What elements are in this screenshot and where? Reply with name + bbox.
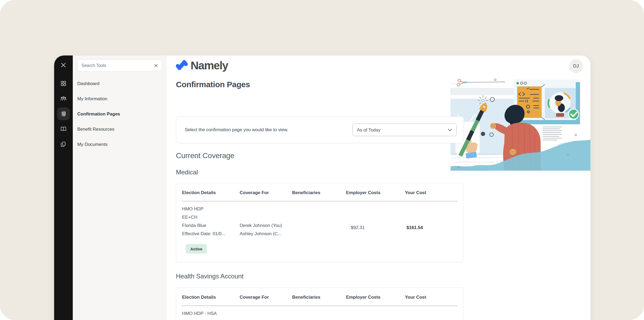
- namely-logo-icon: [176, 59, 188, 72]
- main-content: Namely DJ: [167, 55, 590, 320]
- confirmation-pages-icon[interactable]: [57, 107, 70, 120]
- sidebar-item-my-documents[interactable]: My Documents: [77, 141, 167, 148]
- namely-logo: Namely: [176, 58, 228, 73]
- hsa-table-header: Election Details Coverage For Beneficiar…: [176, 288, 463, 300]
- documents-icon[interactable]: [57, 138, 70, 151]
- namely-logo-text: Namely: [191, 59, 228, 72]
- beneficiaries-cell: [292, 309, 346, 318]
- election-details-cell: HMO HDP EE+CH Florida Blue Effective Dat…: [182, 205, 240, 238]
- table-row: HMO HDP EE+CH Florida Blue Effective Dat…: [176, 202, 463, 238]
- table-row: HMO HDP - HSA: [176, 306, 463, 318]
- employer-costs-cell: $92.31: [346, 205, 405, 238]
- search-box: [77, 59, 162, 72]
- avatar[interactable]: DJ: [569, 59, 583, 73]
- page-title: Confirmation Pages: [176, 80, 250, 89]
- rail-icon-list: [54, 77, 73, 151]
- nav-list: Dashboard My Information Confirmation Pa…: [73, 81, 167, 157]
- medical-heading: Medical: [176, 169, 198, 176]
- screen: Dashboard My Information Confirmation Pa…: [0, 0, 644, 320]
- medical-table-header: Election Details Coverage For Beneficiar…: [176, 183, 463, 195]
- dashboard-icon[interactable]: [57, 77, 70, 90]
- beneficiaries-cell: [292, 205, 346, 238]
- your-cost-cell: $161.54: [405, 205, 457, 238]
- section-current-coverage: Current Coverage: [176, 151, 234, 160]
- as-of-select[interactable]: As of Today: [352, 124, 457, 136]
- col-beneficiaries: Beneficiaries: [292, 190, 346, 195]
- your-cost-cell: [405, 309, 457, 318]
- col-beneficiaries: Beneficiaries: [292, 295, 346, 300]
- coverage-for-cell: Derek Johnson (You) Ashley Johnson (C...: [240, 205, 292, 238]
- select-confirmation-card: Select the confirmation page you would l…: [176, 117, 464, 143]
- col-election-details: Election Details: [182, 295, 240, 300]
- col-employer-costs: Employer Costs: [346, 190, 405, 195]
- book-icon[interactable]: [57, 123, 70, 135]
- select-prompt: Select the confirmation page you would l…: [185, 127, 288, 133]
- coverage-for-cell: [240, 309, 292, 318]
- sidebar-item-benefit-resources[interactable]: Benefit Resources: [77, 126, 167, 133]
- hsa-table: Election Details Coverage For Beneficiar…: [176, 287, 463, 320]
- chevron-down-icon: [448, 127, 452, 132]
- hsa-heading: Health Savings Account: [176, 273, 244, 280]
- scissors-glyph: [457, 79, 469, 86]
- benefits-illustration: [450, 74, 590, 171]
- col-election-details: Election Details: [182, 190, 240, 195]
- status-badge: Active: [186, 244, 207, 254]
- col-coverage-for: Coverage For: [240, 295, 292, 300]
- clear-search-icon[interactable]: [153, 63, 159, 68]
- sidebar-item-dashboard[interactable]: Dashboard: [77, 81, 167, 87]
- people-icon[interactable]: [57, 92, 70, 105]
- search-input[interactable]: [77, 59, 162, 72]
- col-coverage-for: Coverage For: [240, 190, 292, 195]
- icon-rail: [54, 55, 73, 320]
- app-window: Dashboard My Information Confirmation Pa…: [54, 55, 590, 320]
- col-employer-costs: Employer Costs: [346, 295, 405, 300]
- col-your-cost: Your Cost: [405, 190, 457, 195]
- employer-costs-cell: [346, 309, 405, 318]
- col-your-cost: Your Cost: [405, 295, 457, 300]
- as-of-select-value: As of Today: [357, 127, 381, 133]
- sidebar-item-confirmation-pages[interactable]: Confirmation Pages: [77, 111, 167, 117]
- nav-panel: Dashboard My Information Confirmation Pa…: [73, 55, 167, 320]
- close-icon[interactable]: [59, 61, 68, 69]
- election-details-cell: HMO HDP - HSA: [182, 309, 240, 318]
- sidebar-item-my-information[interactable]: My Information: [77, 96, 167, 102]
- medical-table: Election Details Coverage For Beneficiar…: [176, 183, 463, 262]
